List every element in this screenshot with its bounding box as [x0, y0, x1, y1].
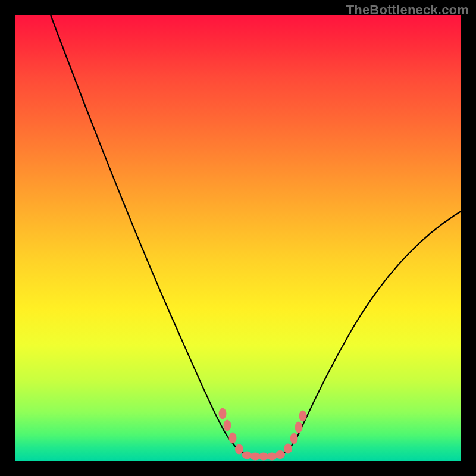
marker-dot — [219, 408, 226, 419]
marker-dot — [267, 453, 277, 460]
marker-dot — [224, 420, 231, 431]
marker-dot — [295, 422, 302, 433]
marker-dot — [299, 411, 306, 421]
marker-dot — [236, 444, 243, 454]
marker-dot — [229, 433, 236, 443]
marker-dot — [290, 433, 298, 444]
plot-area — [15, 15, 461, 461]
chart-frame: TheBottleneck.com — [0, 0, 476, 476]
bottleneck-curve — [15, 15, 461, 461]
marker-dot — [276, 451, 285, 459]
marker-dot — [284, 444, 292, 453]
curve-path — [51, 15, 461, 456]
marker-dot — [242, 452, 252, 459]
watermark-text: TheBottleneck.com — [346, 2, 469, 18]
